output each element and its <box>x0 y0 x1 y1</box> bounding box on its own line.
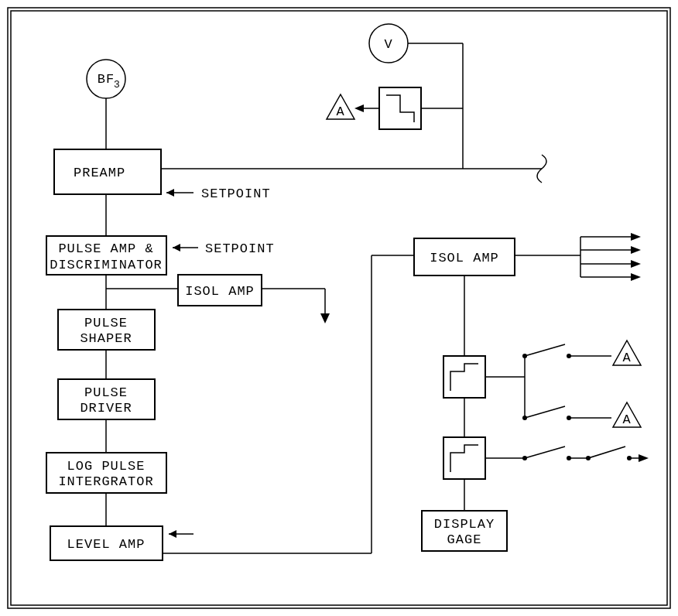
svg-line-51 <box>525 447 565 458</box>
svg-marker-58 <box>639 454 649 462</box>
svg-rect-48 <box>443 437 485 479</box>
pd-l1: PULSE <box>84 385 128 400</box>
svg-text:A: A <box>336 104 344 119</box>
svg-marker-7 <box>173 244 180 252</box>
step-block-top-icon <box>379 87 421 129</box>
v-label: V <box>384 37 392 52</box>
isol-amp-right-label: ISOL AMP <box>430 251 499 265</box>
bf3-label: BF <box>98 72 115 87</box>
svg-line-36 <box>525 344 565 356</box>
ps-l2: SHAPER <box>80 331 132 346</box>
svg-marker-28 <box>631 260 641 268</box>
dg-l1: DISPLAY <box>434 517 495 532</box>
pad-l1: PULSE AMP & <box>58 241 153 256</box>
svg-rect-32 <box>443 356 485 398</box>
svg-text:A: A <box>622 412 631 427</box>
svg-marker-30 <box>631 273 641 281</box>
setpoint-2: SETPOINT <box>205 241 275 256</box>
svg-text:A: A <box>622 351 631 365</box>
lpi-l1: LOG PULSE <box>67 459 146 474</box>
pd-l2: DRIVER <box>80 401 132 416</box>
svg-marker-4 <box>166 189 174 197</box>
svg-marker-66 <box>354 104 364 112</box>
step-block-2-icon <box>443 437 485 479</box>
svg-marker-26 <box>631 246 641 254</box>
svg-marker-17 <box>169 530 176 538</box>
svg-marker-24 <box>631 233 641 241</box>
dg-l2: GAGE <box>447 532 482 547</box>
isol-amp-left-label: ISOL AMP <box>185 284 255 299</box>
alarm-triangle-2-icon: A <box>613 402 641 427</box>
la-l: LEVEL AMP <box>67 537 146 552</box>
bf3-sub: 3 <box>114 79 120 91</box>
ps-l1: PULSE <box>84 316 128 330</box>
svg-line-42 <box>525 406 565 418</box>
preamp-label: PREAMP <box>74 166 125 180</box>
svg-marker-12 <box>320 313 330 323</box>
svg-line-55 <box>588 447 625 458</box>
alarm-triangle-top-icon: A <box>327 94 354 119</box>
step-block-1-icon <box>443 356 485 398</box>
block-diagram: BF 3 PREAMP SETPOINT PULSE AMP & DISCRIM… <box>0 0 678 616</box>
isol-amp-outputs-icon <box>580 233 641 281</box>
pad-l2: DISCRIMINATOR <box>50 258 163 272</box>
lpi-l2: INTERGRATOR <box>58 474 153 489</box>
setpoint-1: SETPOINT <box>201 187 271 201</box>
alarm-triangle-1-icon: A <box>613 341 641 365</box>
